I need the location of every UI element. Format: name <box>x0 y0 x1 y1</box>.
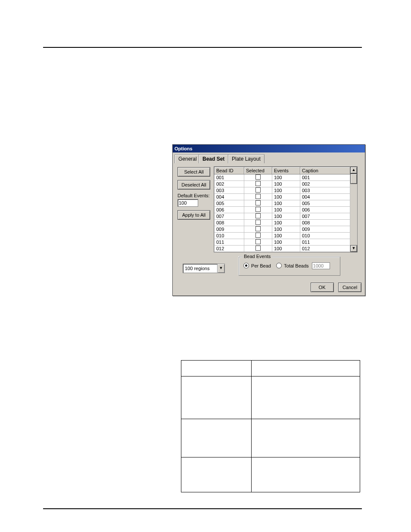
table-row[interactable]: 008100008 <box>215 220 350 226</box>
checkbox-icon[interactable] <box>255 220 261 225</box>
checkbox-icon[interactable] <box>255 194 261 199</box>
table-row[interactable]: 007100007 <box>215 213 350 220</box>
reference-table <box>181 360 360 492</box>
tab-bead-set[interactable]: Bead Set <box>199 154 228 163</box>
col-selected[interactable]: Selected <box>244 167 272 174</box>
cell-selected[interactable] <box>244 194 272 200</box>
cell-caption[interactable]: 006 <box>300 207 350 213</box>
cell-caption[interactable]: 003 <box>300 187 350 194</box>
table-scrollbar[interactable]: ▲ ▼ <box>350 167 357 252</box>
cell-selected[interactable] <box>244 207 272 213</box>
cell-caption[interactable]: 002 <box>300 181 350 187</box>
checkbox-icon[interactable] <box>255 181 261 186</box>
bottom-horizontal-rule <box>43 508 362 509</box>
total-beads-radio[interactable] <box>276 263 282 268</box>
bead-events-groupbox: Bead Events Per Bead Total Beads <box>239 257 340 276</box>
cell-caption[interactable]: 007 <box>300 213 350 220</box>
cell-selected[interactable] <box>244 200 272 207</box>
checkbox-icon[interactable] <box>255 187 261 193</box>
total-beads-input[interactable] <box>312 262 330 269</box>
cell-caption[interactable]: 009 <box>300 226 350 233</box>
cell-events[interactable]: 100 <box>272 207 300 213</box>
per-bead-radio[interactable] <box>243 263 249 268</box>
cell-selected[interactable] <box>244 239 272 246</box>
cell-caption[interactable]: 010 <box>300 233 350 239</box>
table-row[interactable]: 002100002 <box>215 181 350 187</box>
cell-events[interactable]: 100 <box>272 194 300 200</box>
checkbox-icon[interactable] <box>255 200 261 205</box>
table-row[interactable]: 010100010 <box>215 233 350 239</box>
default-events-input[interactable] <box>177 199 198 207</box>
table-row[interactable]: 001100001 <box>215 174 350 181</box>
cell-selected[interactable] <box>244 246 272 252</box>
cell-bead-id: 009 <box>215 226 244 233</box>
cell-bead-id: 003 <box>215 187 244 194</box>
table-row[interactable]: 006100006 <box>215 207 350 213</box>
deselect-all-button[interactable]: Deselect All <box>177 180 210 190</box>
cell-events[interactable]: 100 <box>272 200 300 207</box>
cell-bead-id: 004 <box>215 194 244 200</box>
checkbox-icon[interactable] <box>255 233 261 238</box>
bead-set-panel: Select All Deselect All Default Events: … <box>174 164 364 278</box>
cell-selected[interactable] <box>244 226 272 233</box>
checkbox-icon[interactable] <box>255 174 261 180</box>
cell-events[interactable]: 100 <box>272 174 300 181</box>
bead-table: Bead ID Selected Events Caption 00110000… <box>214 166 358 252</box>
cell-events[interactable]: 100 <box>272 239 300 246</box>
cell-events[interactable]: 100 <box>272 233 300 239</box>
regions-combo[interactable]: 100 regions ▼ <box>183 264 225 273</box>
total-beads-label: Total Beads <box>284 263 308 268</box>
ok-button[interactable]: OK <box>311 283 334 292</box>
col-events[interactable]: Events <box>272 167 300 174</box>
cell-events[interactable]: 100 <box>272 213 300 220</box>
dialog-titlebar[interactable]: Options <box>173 145 365 152</box>
scroll-up-icon[interactable]: ▲ <box>350 167 357 174</box>
cell-caption[interactable]: 011 <box>300 239 350 246</box>
cell-events[interactable]: 100 <box>272 226 300 233</box>
chevron-down-icon[interactable]: ▼ <box>217 264 224 273</box>
checkbox-icon[interactable] <box>255 213 261 218</box>
col-caption[interactable]: Caption <box>300 167 350 174</box>
table-row[interactable]: 004100004 <box>215 194 350 200</box>
select-all-button[interactable]: Select All <box>177 167 210 177</box>
cell-events[interactable]: 100 <box>272 220 300 226</box>
cell-caption[interactable]: 004 <box>300 194 350 200</box>
apply-to-all-button[interactable]: Apply to All <box>177 210 210 220</box>
cell-caption[interactable]: 012 <box>300 246 350 252</box>
ref-row3-left <box>181 457 252 492</box>
col-bead-id[interactable]: Bead ID <box>215 167 244 174</box>
table-row[interactable]: 003100003 <box>215 187 350 194</box>
cell-selected[interactable] <box>244 187 272 194</box>
cell-caption[interactable]: 005 <box>300 200 350 207</box>
tab-strip: General Bead Set Plate Layout <box>174 154 363 164</box>
default-events-label: Default Events: <box>177 193 211 198</box>
tab-plate-layout[interactable]: Plate Layout <box>228 154 265 163</box>
cell-events[interactable]: 100 <box>272 187 300 194</box>
ref-row1-left <box>181 376 252 419</box>
cancel-button[interactable]: Cancel <box>338 283 361 292</box>
cell-selected[interactable] <box>244 181 272 187</box>
checkbox-icon[interactable] <box>255 226 261 231</box>
ref-row2-right <box>252 419 360 457</box>
table-row[interactable]: 009100009 <box>215 226 350 233</box>
tab-general[interactable]: General <box>174 154 201 163</box>
table-row[interactable]: 012100012 <box>215 246 350 252</box>
checkbox-icon[interactable] <box>255 246 261 251</box>
checkbox-icon[interactable] <box>255 207 261 212</box>
cell-bead-id: 008 <box>215 220 244 226</box>
cell-events[interactable]: 100 <box>272 181 300 187</box>
cell-caption[interactable]: 008 <box>300 220 350 226</box>
cell-selected[interactable] <box>244 213 272 220</box>
cell-caption[interactable]: 001 <box>300 174 350 181</box>
cell-selected[interactable] <box>244 233 272 239</box>
table-row[interactable]: 011100011 <box>215 239 350 246</box>
table-row[interactable]: 005100005 <box>215 200 350 207</box>
scroll-down-icon[interactable]: ▼ <box>350 245 357 252</box>
cell-events[interactable]: 100 <box>272 246 300 252</box>
cell-selected[interactable] <box>244 220 272 226</box>
scroll-thumb[interactable] <box>350 174 357 184</box>
cell-selected[interactable] <box>244 174 272 181</box>
checkbox-icon[interactable] <box>255 239 261 244</box>
ref-row1-right <box>252 376 360 419</box>
options-dialog: Options General Bead Set Plate Layout Se… <box>172 144 365 296</box>
